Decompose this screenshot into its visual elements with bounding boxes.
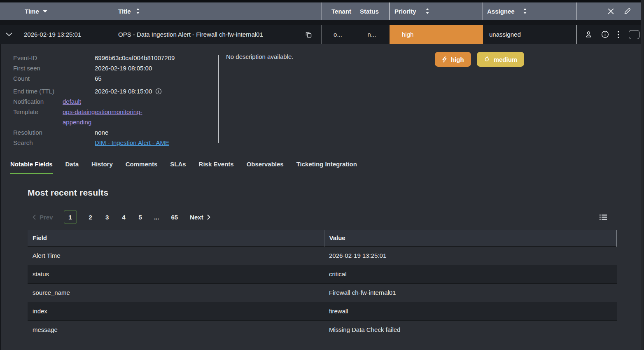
- alert-assignee: unassigned: [489, 31, 521, 38]
- value-column-header: Value: [324, 230, 617, 246]
- tab-risk-events[interactable]: Risk Events: [199, 161, 234, 174]
- column-header-time[interactable]: Time: [0, 2, 109, 20]
- notification-default-link[interactable]: default: [63, 96, 161, 107]
- sort-desc-icon: [43, 10, 47, 13]
- row-checkbox[interactable]: [629, 30, 639, 39]
- pagination-page-1[interactable]: 1: [64, 210, 77, 224]
- tab-notable-fields[interactable]: Notable Fields: [10, 161, 53, 174]
- alert-detail-panel: Event-ID 6996b63c0caf004b81007209 First …: [0, 44, 644, 350]
- alert-priority-cell: high: [390, 25, 483, 44]
- alert-timestamp: 2026-02-19 13:25:01: [24, 31, 81, 38]
- field-label: First seen: [13, 63, 95, 73]
- field-cell: message: [28, 320, 324, 339]
- list-view-icon[interactable]: [600, 214, 607, 220]
- value-cell: critical: [324, 265, 617, 283]
- header-actions: [576, 8, 644, 15]
- table-row: Alert Time 2026-02-19 13:25:01: [28, 246, 617, 265]
- table-header-row: Field Value: [28, 230, 617, 246]
- column-header-status[interactable]: Status: [354, 2, 390, 20]
- search-link[interactable]: DIM - Ingestion Alert - AME: [95, 139, 169, 146]
- pagination-next-button[interactable]: Next: [190, 214, 210, 221]
- tab-ticketing-integration[interactable]: Ticketing Integration: [296, 161, 357, 174]
- field-value: 6996b63c0caf004b81007209: [95, 53, 175, 63]
- pagination-row: Prev 1 2 3 4 5 ... 65 Next: [28, 210, 617, 224]
- column-label-priority: Priority: [394, 8, 416, 15]
- field-value: 2026-02-19 08:15:00: [95, 86, 162, 96]
- alert-row[interactable]: 2026-02-19 13:25:01 OPS - Data Ingestion…: [0, 25, 644, 44]
- sort-both-icon: [425, 8, 429, 14]
- tab-comments[interactable]: Comments: [126, 161, 158, 174]
- kebab-menu-icon[interactable]: [618, 31, 619, 38]
- field-label: Event-ID: [13, 53, 95, 63]
- close-icon[interactable]: [608, 8, 614, 14]
- column-label-title: Title: [118, 8, 131, 15]
- column-header-title[interactable]: Title: [109, 2, 322, 20]
- alert-manager-app: Time Title Tenant Status Priority Assign…: [0, 0, 644, 350]
- chevron-left-icon: [33, 215, 36, 220]
- value-cell: firewall: [324, 302, 617, 320]
- pagination-page-5[interactable]: 5: [138, 214, 143, 221]
- table-row: status critical: [28, 265, 617, 283]
- vertical-scrollbar[interactable]: [641, 0, 644, 350]
- badge-label: high: [451, 56, 464, 63]
- detail-fields: Event-ID 6996b63c0caf004b81007209 First …: [1, 53, 218, 148]
- field-label: Search: [13, 138, 95, 148]
- field-value: 2026-02-19 08:05:00: [95, 63, 152, 73]
- tab-observables[interactable]: Observables: [247, 161, 284, 174]
- edit-pencil-icon[interactable]: [624, 8, 631, 15]
- pagination-page-2[interactable]: 2: [88, 214, 93, 221]
- alert-assignee-cell: unassigned: [483, 25, 576, 44]
- pagination-prev-button[interactable]: Prev: [33, 214, 53, 221]
- alert-time-cell: 2026-02-19 13:25:01: [0, 25, 109, 44]
- field-value: DIM - Ingestion Alert - AME: [95, 138, 169, 148]
- ttl-info-icon[interactable]: [155, 88, 162, 95]
- notable-fields-panel: Most recent results Prev 1 2 3 4 5 ... 6…: [1, 188, 644, 339]
- info-icon[interactable]: [601, 30, 609, 38]
- table-row: source_name Firewall ch-fw-internal01: [28, 283, 617, 302]
- table-row: message Missing Data Check failed: [28, 320, 617, 339]
- alert-tenant: o...: [334, 31, 342, 38]
- detail-top: Event-ID 6996b63c0caf004b81007209 First …: [1, 44, 644, 148]
- severity-badge-medium: medium: [477, 52, 525, 67]
- alert-row-actions: [576, 25, 644, 44]
- pagination-page-3[interactable]: 3: [104, 214, 110, 221]
- alert-title: OPS - Data Ingestion Alert - Firewall ch…: [118, 31, 263, 38]
- field-column-header: Field: [28, 230, 324, 246]
- field-label: Count: [13, 73, 95, 84]
- field-value: none: [95, 127, 108, 138]
- pagination-ellipsis: ...: [154, 214, 159, 221]
- assign-user-icon[interactable]: [585, 30, 593, 38]
- column-header-assignee[interactable]: Assignee: [483, 2, 576, 20]
- row-gap: [0, 20, 644, 25]
- priority-badge: high: [390, 25, 483, 44]
- tab-data[interactable]: Data: [65, 161, 79, 174]
- badge-label: medium: [494, 56, 518, 63]
- chevron-down-icon[interactable]: [5, 33, 13, 36]
- pagination-page-4[interactable]: 4: [121, 214, 126, 221]
- value-cell: 2026-02-19 13:25:01: [324, 246, 617, 265]
- field-value: default ops-dataingestionmonitoring-appe…: [63, 96, 161, 127]
- severity-badges: high medium: [424, 53, 644, 148]
- column-label-status: Status: [360, 8, 379, 15]
- sort-both-icon: [136, 8, 140, 14]
- column-header-tenant[interactable]: Tenant: [322, 2, 354, 20]
- notification-template-link[interactable]: ops-dataingestionmonitoring-appending: [63, 107, 161, 127]
- next-label: Next: [190, 214, 203, 221]
- column-header-priority[interactable]: Priority: [390, 2, 483, 20]
- field-cell: Alert Time: [28, 246, 324, 265]
- field-notification-template: Notification Template default ops-datain…: [13, 96, 218, 127]
- flame-icon: [484, 56, 490, 63]
- tab-history[interactable]: History: [91, 161, 113, 174]
- alert-tenant-cell: o...: [322, 25, 354, 44]
- list-header: Time Title Tenant Status Priority Assign…: [0, 2, 644, 20]
- field-cell: status: [28, 265, 324, 283]
- tab-slas[interactable]: SLAs: [170, 161, 186, 174]
- urgency-badge-high: high: [435, 52, 471, 67]
- detail-tabs: Notable Fields Data History Comments SLA…: [1, 161, 644, 174]
- table-row: index firewall: [28, 302, 617, 320]
- column-label-tenant: Tenant: [331, 8, 351, 15]
- pagination-page-65[interactable]: 65: [170, 214, 179, 221]
- copy-icon[interactable]: [305, 31, 312, 38]
- field-event-id: Event-ID 6996b63c0caf004b81007209: [13, 53, 218, 63]
- notable-fields-table: Field Value Alert Time 2026-02-19 13:25:…: [28, 230, 617, 339]
